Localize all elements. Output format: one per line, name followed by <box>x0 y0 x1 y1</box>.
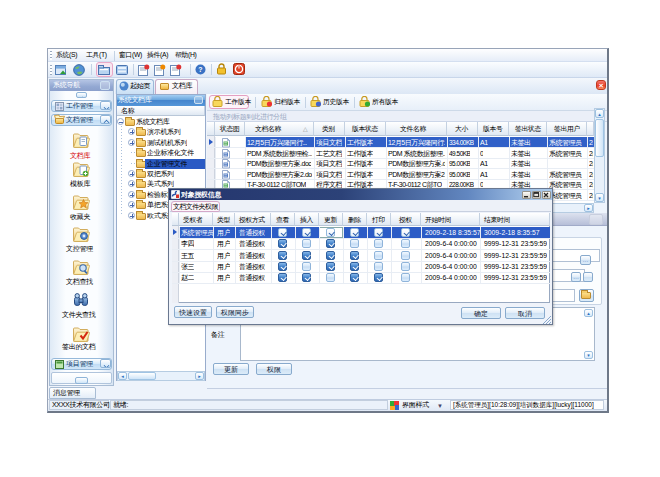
svg-text:?: ? <box>198 66 202 73</box>
